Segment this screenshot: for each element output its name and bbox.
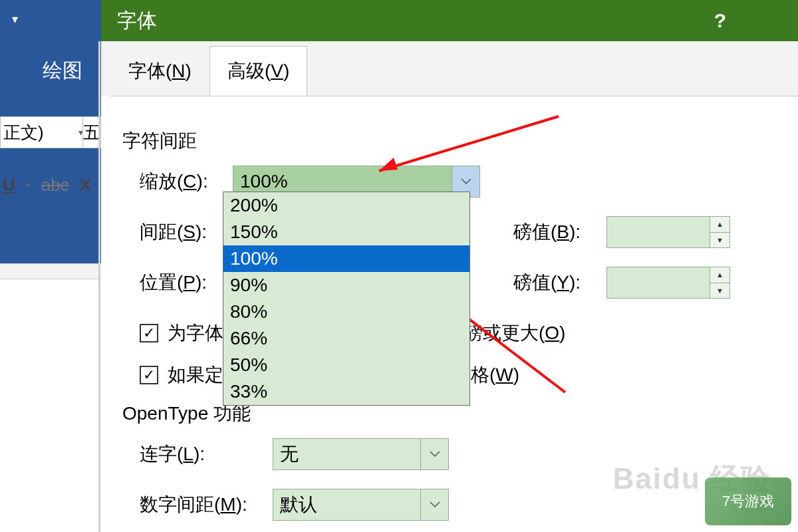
label-snapgrid-tail: 格(W) [471, 362, 519, 388]
spacing-by-spinner[interactable]: ▲▼ [606, 216, 730, 248]
label-orlarger: 磅或更大(O) [464, 321, 565, 346]
dialog-title-text: 字体 [117, 7, 157, 35]
label-spacing: 间距(S): [140, 219, 233, 245]
tab-advanced[interactable]: 高级(V) [209, 46, 307, 96]
label-snapgrid: 如果定 [168, 362, 223, 388]
superscript-button[interactable]: X [80, 175, 91, 196]
qatoolbar-dropdown-icon[interactable]: ▾ [12, 12, 18, 27]
section-char-spacing: 字符间距 [122, 128, 786, 154]
spacing-by-value[interactable] [607, 217, 710, 247]
position-by-spinner[interactable]: ▲▼ [606, 267, 730, 299]
underline-button[interactable]: U [3, 175, 15, 196]
scale-option[interactable]: 100% [223, 245, 469, 272]
drawing-tab[interactable]: 绘图 [43, 57, 82, 84]
font-family-combo[interactable]: 正文) ▾ [0, 116, 86, 148]
chevron-down-icon[interactable] [420, 489, 448, 520]
label-numspacing: 数字间距(M): [140, 492, 273, 517]
chevron-down-icon[interactable] [420, 439, 448, 469]
dialog-titlebar: 字体 [101, 0, 798, 41]
scale-option[interactable]: 80% [223, 299, 469, 325]
scale-option[interactable]: 200% [223, 192, 469, 219]
strikethrough-button[interactable]: abc [41, 175, 69, 196]
label-kerning: 为字体 [168, 321, 223, 346]
position-by-value[interactable] [607, 267, 710, 298]
snapgrid-checkbox[interactable]: ✓ [140, 366, 158, 384]
scale-option[interactable]: 33% [223, 378, 469, 405]
tab-font[interactable]: 字体(N) [110, 46, 209, 96]
kerning-checkbox[interactable]: ✓ [140, 324, 158, 342]
font-family-value: 正文) [3, 121, 44, 144]
dialog-tabs: 字体(N) 高级(V) [101, 41, 798, 96]
spinner-down-icon[interactable]: ▼ [710, 283, 730, 299]
label-by2: 磅值(Y): [513, 270, 606, 295]
label-by1: 磅值(B): [513, 219, 606, 245]
spinner-up-icon[interactable]: ▲ [710, 217, 730, 233]
underline-dropdown-icon[interactable]: ▾ [26, 180, 31, 190]
scale-option[interactable]: 90% [223, 272, 469, 299]
numspacing-value: 默认 [273, 489, 420, 520]
scale-option[interactable]: 50% [223, 352, 469, 378]
ligature-value: 无 [273, 439, 420, 469]
label-position: 位置(P): [140, 270, 233, 295]
ruler [0, 263, 101, 279]
spinner-up-icon[interactable]: ▲ [710, 267, 730, 283]
spinner-down-icon[interactable]: ▼ [710, 233, 730, 248]
pane-separator [98, 41, 100, 532]
logo-badge: 7号游戏 [705, 477, 791, 525]
ligature-combo[interactable]: 无 [273, 438, 449, 470]
dialog-help-button[interactable]: ? [714, 0, 726, 41]
scale-option[interactable]: 66% [223, 325, 469, 352]
format-toolbar: U ▾ abc X [0, 172, 101, 198]
label-scale: 缩放(C): [140, 169, 233, 194]
label-ligature: 连字(L): [140, 442, 273, 467]
scale-dropdown-list[interactable]: 200%150%100%90%80%66%50%33% [223, 192, 470, 406]
scale-option[interactable]: 150% [223, 219, 469, 245]
numspacing-combo[interactable]: 默认 [273, 489, 449, 521]
